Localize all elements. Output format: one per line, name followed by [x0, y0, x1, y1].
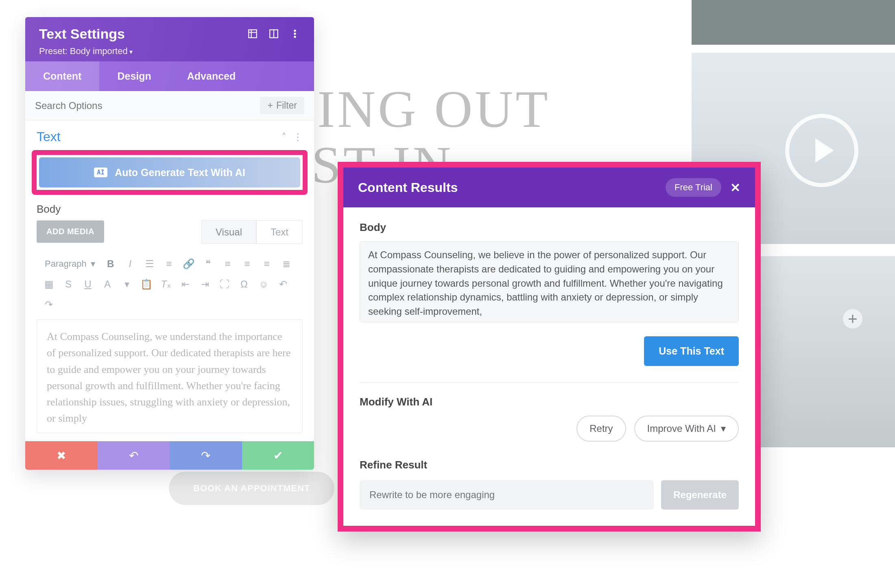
redo-icon[interactable]: ↷	[40, 296, 58, 314]
panel-layout-icon[interactable]	[268, 28, 279, 41]
ul-icon[interactable]: ☰	[141, 255, 159, 273]
add-section-icon[interactable]: +	[843, 309, 862, 329]
body-label: Body	[360, 221, 739, 234]
filter-label: Filter	[276, 100, 297, 111]
tab-advanced[interactable]: Advanced	[169, 61, 253, 91]
improve-with-ai-dropdown[interactable]: Improve With AI ▾	[634, 416, 739, 442]
divider	[360, 382, 739, 383]
italic-icon[interactable]: I	[121, 255, 139, 273]
tab-content[interactable]: Content	[25, 61, 99, 91]
ai-button-highlight: AI Auto Generate Text With AI	[32, 150, 308, 195]
svg-rect-0	[249, 30, 257, 38]
bold-icon[interactable]: B	[102, 255, 120, 273]
improve-label: Improve With AI	[647, 423, 716, 434]
specialchar-icon[interactable]: Ω	[235, 275, 253, 293]
align-left-icon[interactable]: ≡	[219, 255, 237, 273]
body-label: Body	[37, 203, 303, 216]
chevron-down-icon: ▾	[91, 259, 95, 269]
book-appointment-button[interactable]: BOOK AN APPOINTMENT	[169, 472, 334, 505]
svg-point-3	[294, 33, 296, 35]
play-icon[interactable]	[785, 114, 858, 187]
content-results-modal: Content Results Free Trial ✕ Body Use Th…	[338, 162, 761, 531]
ol-icon[interactable]: ≡	[160, 255, 178, 273]
close-icon[interactable]: ✕	[730, 181, 740, 195]
panel-title: Text Settings	[39, 26, 133, 42]
indent-icon[interactable]: ⇥	[196, 275, 214, 293]
refine-label: Refine Result	[360, 459, 739, 471]
rich-text-editor[interactable]: At Compass Counseling, we understand the…	[37, 319, 303, 433]
clear-format-icon[interactable]: Tₓ	[157, 275, 175, 293]
save-button[interactable]: ✔	[242, 441, 314, 470]
section-kebab-icon[interactable]: ⋮	[293, 131, 303, 143]
plus-icon: +	[267, 100, 273, 111]
wysiwyg-toolbar: Paragraph ▾ B I ☰ ≡ 🔗 ❝ ≡ ≡ ≡ ≣ ▦ S U A …	[37, 249, 303, 319]
ai-button-label: Auto Generate Text With AI	[115, 167, 245, 179]
tab-visual[interactable]: Visual	[201, 220, 256, 244]
table-icon[interactable]: ▦	[40, 275, 58, 293]
search-bar: + Filter	[25, 91, 314, 120]
modal-title: Content Results	[358, 180, 458, 195]
expand-icon[interactable]	[247, 28, 258, 41]
add-media-button[interactable]: ADD MEDIA	[37, 220, 104, 243]
settings-tabs: Content Design Advanced	[25, 61, 314, 91]
refine-input[interactable]	[360, 480, 654, 510]
link-icon[interactable]: 🔗	[180, 255, 198, 273]
format-dropdown[interactable]: Paragraph ▾	[40, 256, 100, 272]
emoji-icon[interactable]: ☺	[255, 275, 273, 293]
panel-footer: ✖ ↶ ↷ ✔	[25, 441, 314, 470]
regenerate-button[interactable]: Regenerate	[661, 480, 739, 510]
text-color-icon[interactable]: A	[98, 275, 116, 293]
editor-mode-tabs: Visual Text	[201, 220, 303, 244]
bg-image-mountain	[692, 0, 895, 45]
cancel-button[interactable]: ✖	[25, 441, 98, 470]
preset-dropdown[interactable]: Preset: Body imported	[39, 46, 133, 57]
strike-icon[interactable]: S	[59, 275, 77, 293]
section-text[interactable]: Text ˄ ⋮	[25, 120, 314, 150]
paste-icon[interactable]: 📋	[138, 275, 155, 293]
text-settings-panel: Text Settings Preset: Body imported Cont…	[25, 17, 314, 470]
section-title-label: Text	[37, 129, 61, 144]
chevron-down-icon: ▾	[721, 423, 726, 434]
quote-icon[interactable]: ❝	[199, 255, 217, 273]
modal-header: Content Results Free Trial ✕	[343, 168, 755, 207]
svg-point-4	[294, 36, 296, 37]
generated-body-textarea[interactable]	[360, 241, 739, 322]
ai-badge-icon: AI	[94, 168, 107, 177]
undo-button[interactable]: ↶	[98, 441, 170, 470]
outdent-icon[interactable]: ⇤	[177, 275, 194, 293]
chevron-down-icon[interactable]: ▾	[118, 275, 136, 293]
search-input[interactable]	[35, 100, 196, 111]
undo-icon[interactable]: ↶	[274, 275, 292, 293]
align-right-icon[interactable]: ≡	[258, 255, 276, 273]
panel-header: Text Settings Preset: Body imported	[25, 17, 314, 61]
align-center-icon[interactable]: ≡	[238, 255, 256, 273]
align-justify-icon[interactable]: ≣	[277, 255, 295, 273]
tab-text[interactable]: Text	[256, 220, 303, 244]
redo-button[interactable]: ↷	[170, 441, 242, 470]
filter-button[interactable]: + Filter	[260, 97, 304, 114]
svg-point-2	[294, 30, 296, 31]
retry-button[interactable]: Retry	[576, 416, 626, 442]
chevron-up-icon[interactable]: ˄	[282, 131, 286, 143]
use-this-text-button[interactable]: Use This Text	[644, 336, 739, 366]
tab-design[interactable]: Design	[99, 61, 169, 91]
modify-label: Modify With AI	[360, 396, 739, 408]
underline-icon[interactable]: U	[79, 275, 97, 293]
bg-headline-line1: HING OUT	[277, 81, 550, 137]
free-trial-badge[interactable]: Free Trial	[666, 178, 721, 197]
fullscreen-icon[interactable]: ⛶	[216, 275, 234, 293]
kebab-menu-icon[interactable]	[290, 28, 300, 41]
auto-generate-ai-button[interactable]: AI Auto Generate Text With AI	[39, 157, 300, 187]
